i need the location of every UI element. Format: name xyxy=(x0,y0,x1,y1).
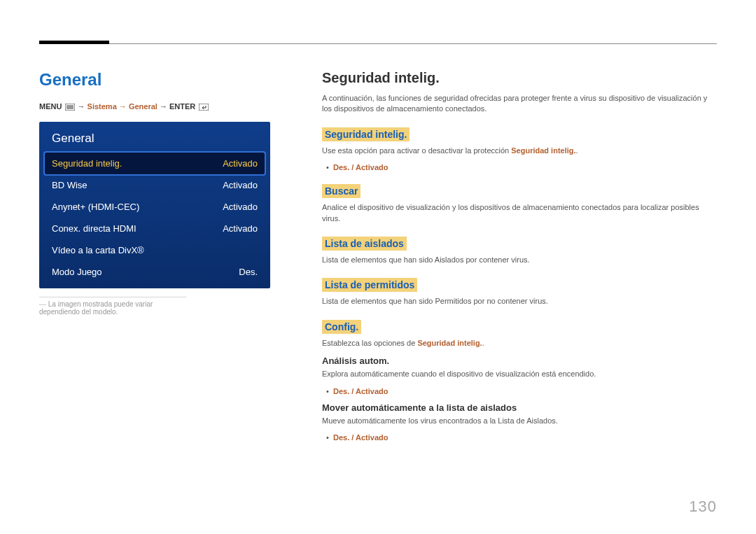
breadcrumb-arrow-2: → xyxy=(160,102,169,111)
osd-menu-title: General xyxy=(45,129,265,153)
sub-subheading: Mover automáticamente a la lista de aisl… xyxy=(322,402,717,413)
osd-menu-item-value: Activado xyxy=(223,180,258,190)
osd-menu-item[interactable]: Anynet+ (HDMI-CEC)Activado xyxy=(45,196,265,218)
enter-icon xyxy=(199,104,209,111)
intro-paragraph: A continuación, las funciones de segurid… xyxy=(322,93,717,115)
osd-menu-general: General Seguridad intelig.ActivadoBD Wis… xyxy=(39,122,270,288)
osd-menu-item[interactable]: BD WiseActivado xyxy=(45,174,265,196)
subheading: Buscar xyxy=(322,184,360,198)
sub-subheading: Análisis autom. xyxy=(322,356,717,366)
section-body: Lista de elementos que han sido Permitid… xyxy=(322,296,717,307)
osd-menu-item-value: Activado xyxy=(223,202,258,212)
osd-menu-item-label: BD Wise xyxy=(52,180,88,190)
breadcrumb: MENU → Sistema → General → ENTER xyxy=(39,102,270,111)
subheading: Config. xyxy=(322,320,361,334)
top-border-line xyxy=(39,43,717,44)
osd-menu-item-label: Vídeo a la carta DivX® xyxy=(52,245,144,255)
menu-icon xyxy=(65,104,75,111)
option-bullet: Des. / Activado xyxy=(333,163,717,171)
osd-menu-item-value: Activado xyxy=(223,158,258,169)
breadcrumb-menu: MENU xyxy=(39,102,62,111)
image-caption: La imagen mostrada puede variar dependie… xyxy=(39,297,186,316)
osd-menu-item-value: Activado xyxy=(223,223,258,234)
page-content: General MENU → Sistema → General → ENTER… xyxy=(39,70,717,449)
subheading: Seguridad intelig. xyxy=(322,127,410,141)
svg-rect-4 xyxy=(199,104,209,111)
osd-menu-item-label: Seguridad intelig. xyxy=(52,158,122,169)
osd-menu-item[interactable]: Modo JuegoDes. xyxy=(45,261,265,283)
osd-menu-item-label: Modo Juego xyxy=(52,267,102,277)
accent-text: Seguridad intelig. xyxy=(417,339,482,347)
option-bullet: Des. / Activado xyxy=(333,433,717,442)
subheading: Lista de aislados xyxy=(322,237,407,251)
heading-seguridad-intelig: Seguridad intelig. xyxy=(322,70,717,86)
accent-text: Des. / Activado xyxy=(333,387,388,395)
subheading: Lista de permitidos xyxy=(322,278,417,292)
section-body: Mueve automáticamente los virus encontra… xyxy=(322,416,717,426)
breadcrumb-arrow-1: → xyxy=(78,102,88,111)
option-bullet: Des. / Activado xyxy=(333,387,717,395)
top-tab-marker xyxy=(39,41,109,44)
accent-text: Seguridad intelig. xyxy=(511,146,575,155)
section-body: Lista de elementos que han sido Aislados… xyxy=(322,255,717,265)
osd-menu-item-label: Anynet+ (HDMI-CEC) xyxy=(52,202,139,212)
accent-text: Des. / Activado xyxy=(333,433,388,442)
left-column: General MENU → Sistema → General → ENTER… xyxy=(39,70,270,449)
osd-menu-item[interactable]: Conex. directa HDMIActivado xyxy=(45,218,265,239)
osd-menu-item-value: Des. xyxy=(239,267,258,277)
osd-menu-item[interactable]: Seguridad intelig.Activado xyxy=(45,153,265,174)
section-body: Explora automáticamente cuando el dispos… xyxy=(322,369,717,379)
osd-menu-item-label: Conex. directa HDMI xyxy=(52,223,136,234)
section-body: Establezca las opciones de Seguridad int… xyxy=(322,338,717,349)
accent-text: Des. / Activado xyxy=(333,163,388,171)
right-column: Seguridad intelig. A continuación, las f… xyxy=(322,70,717,449)
section-body: Analice el dispositivo de visualización … xyxy=(322,202,717,224)
section-body: Use esta opción para activar o desactiva… xyxy=(322,146,717,156)
breadcrumb-enter: ENTER xyxy=(169,102,195,111)
breadcrumb-path: Sistema → General xyxy=(88,102,158,111)
osd-menu-item[interactable]: Vídeo a la carta DivX® xyxy=(45,239,265,261)
page-number: 130 xyxy=(689,498,717,516)
section-title-general: General xyxy=(39,70,270,90)
